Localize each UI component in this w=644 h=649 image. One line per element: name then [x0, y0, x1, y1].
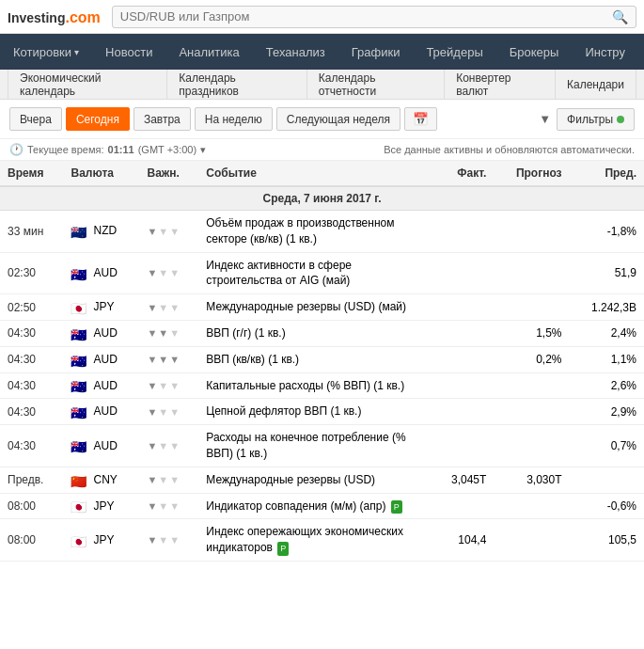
subnav-holiday-calendar[interactable]: Календарь праздников	[167, 70, 307, 100]
importance-arrows: ▼▼▼	[147, 440, 191, 451]
table-row: 04:30🇦🇺AUD▼▼▼ВВП (г/г) (1 кв.)1,5%2,4%	[0, 320, 644, 346]
event-time: 04:30	[0, 346, 63, 372]
event-name[interactable]: Международные резервы (USD)	[198, 467, 432, 493]
event-importance: ▼▼▼	[139, 252, 198, 294]
importance-arrow: ▼	[158, 354, 168, 365]
nav-item-analytics[interactable]: Аналитика	[165, 34, 252, 70]
col-time: Время	[0, 161, 63, 186]
importance-arrow: ▼	[158, 440, 168, 451]
event-currency: 🇦🇺AUD	[63, 372, 139, 399]
event-name[interactable]: ВВП (г/г) (1 кв.)	[198, 320, 432, 346]
importance-arrow: ▼	[147, 406, 157, 418]
currency-code: JPY	[93, 499, 114, 513]
event-forecast: 1,5%	[494, 320, 569, 346]
importance-arrow: ▼	[169, 354, 180, 365]
currency-code: AUD	[93, 379, 117, 392]
event-forecast	[494, 294, 569, 321]
event-name[interactable]: Цепной дефлятор ВВП (1 кв.)	[198, 399, 432, 425]
filter-tabs: Вчера Сегодня Завтра На неделю Следующая…	[9, 107, 437, 131]
currency-code: AUD	[93, 439, 117, 452]
importance-arrow: ▼	[147, 327, 157, 339]
subnav-econ-calendar[interactable]: Экономический календарь	[8, 70, 167, 100]
event-name[interactable]: Индекс активности в сфере строительства …	[198, 252, 432, 294]
tab-today[interactable]: Сегодня	[66, 107, 130, 131]
event-name[interactable]: Расходы на конечное потребление (% ВВП) …	[198, 425, 432, 467]
event-importance: ▼▼▼	[139, 519, 198, 562]
event-time: 04:30	[0, 425, 63, 467]
auto-update-note: Все данные активны и обновляются автомат…	[384, 144, 635, 155]
event-currency: 🇯🇵JPY	[63, 294, 139, 321]
importance-arrow: ▼	[147, 534, 157, 546]
importance-arrows: ▼▼▼	[147, 406, 191, 418]
subnav-currency-converter[interactable]: Конвертер валют	[445, 70, 556, 100]
event-name[interactable]: Международные резервы (USD) (май)	[198, 294, 432, 321]
search-input[interactable]	[120, 9, 612, 24]
tab-yesterday[interactable]: Вчера	[9, 107, 62, 131]
subnav-calendars[interactable]: Календари	[556, 70, 636, 100]
event-forecast	[494, 211, 569, 253]
currency-code: AUD	[93, 353, 117, 366]
country-flag: 🇯🇵	[71, 534, 89, 547]
p-badge: P	[277, 542, 289, 556]
importance-arrows: ▼▼▼	[147, 226, 191, 237]
event-name[interactable]: ВВП (кв/кв) (1 кв.)	[198, 346, 432, 372]
event-time: Предв.	[0, 467, 63, 493]
event-time: 08:00	[0, 519, 63, 562]
country-flag: 🇦🇺	[71, 379, 89, 392]
event-importance: ▼▼▼	[139, 467, 198, 493]
tab-week[interactable]: На неделю	[195, 107, 273, 131]
importance-arrow: ▼	[147, 226, 157, 237]
tab-next-week[interactable]: Следующая неделя	[276, 107, 401, 131]
subnav-reporting-calendar[interactable]: Календарь отчетности	[307, 70, 445, 100]
nav-item-traders[interactable]: Трейдеры	[413, 34, 495, 70]
current-time-left: 🕐 Текущее время: 01:11 (GMT +3:00) ▾	[9, 143, 206, 156]
event-name[interactable]: Капитальные расходы (% ВВП) (1 кв.)	[198, 372, 432, 399]
event-name[interactable]: Объём продаж в производственном секторе …	[198, 211, 432, 253]
event-forecast	[494, 425, 569, 467]
event-fact	[432, 493, 494, 519]
sub-nav: Экономический календарь Календарь праздн…	[0, 70, 644, 100]
nav-item-techanalysis[interactable]: Теханализ	[253, 34, 338, 70]
currency-code: AUD	[93, 266, 117, 279]
nav-item-quotes[interactable]: Котировки ▾	[0, 34, 92, 70]
event-name[interactable]: Индекс опережающих экономических индикат…	[198, 519, 432, 562]
event-currency: 🇦🇺AUD	[63, 399, 139, 425]
importance-arrow: ▼	[147, 302, 157, 313]
filter-button[interactable]: Фильтры	[557, 108, 635, 131]
importance-arrow: ▼	[169, 226, 180, 237]
nav-item-news[interactable]: Новости	[92, 34, 165, 70]
nav-item-brokers[interactable]: Брокеры	[496, 34, 573, 70]
event-prev: 1,1%	[570, 346, 644, 372]
event-forecast	[494, 399, 569, 425]
table-row: 08:00🇯🇵JPY▼▼▼Индикатор совпадения (м/м) …	[0, 493, 644, 519]
importance-arrows: ▼▼▼	[147, 327, 191, 339]
country-flag: 🇨🇳	[71, 474, 89, 487]
current-time: 01:11	[108, 144, 134, 155]
event-time: 04:30	[0, 372, 63, 399]
search-bar[interactable]: 🔍	[112, 6, 636, 28]
event-currency: 🇯🇵JPY	[63, 519, 139, 562]
currency-code: AUD	[93, 404, 117, 418]
importance-arrow: ▼	[158, 474, 168, 485]
event-forecast	[494, 252, 569, 294]
event-importance: ▼▼▼	[139, 372, 198, 399]
col-prev: Пред.	[570, 161, 644, 186]
dropdown-arrow-time[interactable]: ▾	[200, 144, 206, 156]
event-currency: 🇦🇺AUD	[63, 346, 139, 372]
event-name[interactable]: Индикатор совпадения (м/м) (апр) P	[198, 493, 432, 519]
event-time: 02:30	[0, 252, 63, 294]
currency-code: JPY	[93, 300, 114, 313]
event-importance: ▼▼▼	[139, 346, 198, 372]
importance-arrow: ▼	[147, 267, 157, 278]
importance-arrow: ▼	[158, 406, 168, 418]
event-prev: 2,4%	[570, 320, 644, 346]
currency-code: NZD	[93, 224, 117, 237]
calendar-picker-button[interactable]: 📅	[404, 107, 437, 131]
search-icon: 🔍	[612, 9, 628, 24]
nav-item-instruments[interactable]: Инстру	[572, 34, 638, 70]
nav-item-charts[interactable]: Графики	[338, 34, 414, 70]
tab-tomorrow[interactable]: Завтра	[134, 107, 191, 131]
importance-arrow: ▼	[158, 500, 168, 512]
logo-suffix: .com	[65, 9, 100, 25]
table-row: 33 мин🇳🇿NZD▼▼▼Объём продаж в производств…	[0, 211, 644, 253]
